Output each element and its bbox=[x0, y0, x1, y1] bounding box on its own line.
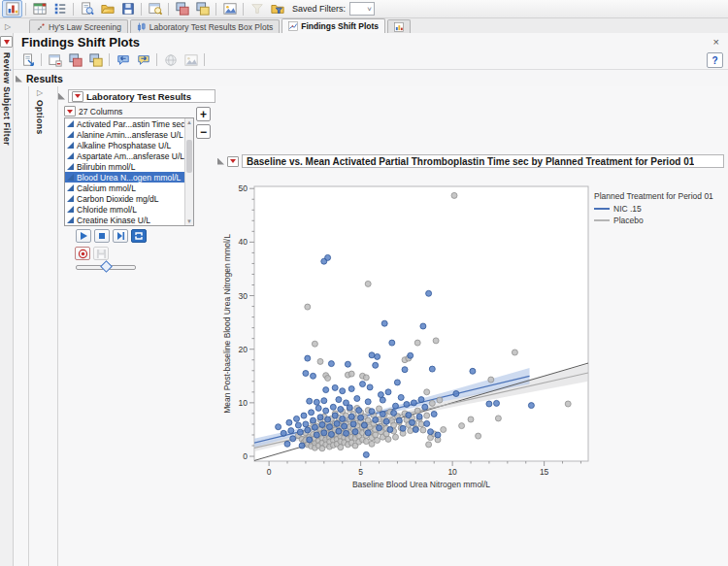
list-item[interactable]: Alanine Amin...ansferase U/L bbox=[65, 129, 184, 140]
y-tick-label[interactable]: 30 bbox=[239, 291, 248, 301]
scatter-point[interactable] bbox=[297, 429, 303, 435]
scatter-point[interactable] bbox=[437, 397, 443, 403]
scatter-point[interactable] bbox=[378, 392, 383, 398]
scatter-point[interactable] bbox=[488, 377, 494, 383]
stop-button[interactable] bbox=[94, 229, 110, 243]
scatter-point[interactable] bbox=[323, 408, 329, 414]
scatter-point[interactable] bbox=[426, 442, 432, 448]
scatter-point[interactable] bbox=[385, 389, 391, 395]
scatter-point[interactable] bbox=[375, 438, 381, 444]
scatter-point[interactable] bbox=[451, 192, 457, 198]
scatter-point[interactable] bbox=[305, 304, 311, 310]
scatter-point[interactable] bbox=[361, 422, 367, 428]
scatter-point[interactable] bbox=[314, 399, 319, 405]
scroll-down-icon[interactable]: ▼ bbox=[185, 217, 193, 225]
scatter-point[interactable] bbox=[317, 358, 323, 364]
scatter-point[interactable] bbox=[332, 384, 338, 390]
scatter-point[interactable] bbox=[398, 394, 404, 400]
scatter-point[interactable] bbox=[453, 391, 459, 397]
red-triangle-menu-icon[interactable] bbox=[0, 36, 13, 48]
scatter-point[interactable] bbox=[350, 421, 356, 427]
record-button[interactable] bbox=[75, 247, 90, 260]
scatter-point[interactable] bbox=[286, 419, 292, 425]
red-triangle-menu-icon[interactable] bbox=[72, 91, 83, 102]
scatter-point[interactable] bbox=[348, 386, 354, 392]
scatter-point[interactable] bbox=[309, 410, 314, 416]
tab-chart[interactable] bbox=[387, 19, 411, 33]
scatter-point[interactable] bbox=[307, 437, 313, 443]
scatter-point[interactable] bbox=[426, 290, 432, 296]
windows-yellow-icon[interactable] bbox=[85, 51, 106, 69]
red-triangle-menu-icon[interactable] bbox=[227, 156, 239, 167]
scatter-point[interactable] bbox=[288, 428, 294, 434]
scatter-point[interactable] bbox=[424, 420, 430, 426]
column-list-icon[interactable] bbox=[50, 0, 70, 17]
scatter-point[interactable] bbox=[494, 400, 500, 406]
scatter-point[interactable] bbox=[325, 416, 331, 422]
scatter-point[interactable] bbox=[303, 421, 309, 427]
scatter-point[interactable] bbox=[414, 408, 420, 414]
scatter-point[interactable] bbox=[358, 415, 364, 420]
scatter-point[interactable] bbox=[428, 429, 434, 435]
windows-red-icon[interactable] bbox=[172, 0, 192, 17]
scatter-point[interactable] bbox=[387, 427, 393, 433]
scatter-point[interactable] bbox=[315, 405, 321, 411]
scatter-point[interactable] bbox=[394, 380, 400, 385]
scatter-point[interactable] bbox=[565, 401, 571, 407]
step-button[interactable] bbox=[113, 229, 128, 243]
slider-thumb[interactable] bbox=[100, 260, 113, 273]
scatter-point[interactable] bbox=[307, 398, 313, 404]
scatter-point[interactable] bbox=[435, 432, 441, 438]
scatter-point[interactable] bbox=[381, 320, 387, 326]
scatter-point[interactable] bbox=[393, 434, 399, 440]
scatter-point[interactable] bbox=[402, 367, 408, 373]
scatter-point[interactable] bbox=[400, 425, 406, 431]
scatter-point[interactable] bbox=[340, 388, 346, 394]
scatter-point[interactable] bbox=[347, 405, 352, 411]
scatter-point[interactable] bbox=[312, 341, 317, 347]
report-add-icon[interactable] bbox=[17, 51, 38, 69]
save-icon[interactable] bbox=[117, 0, 138, 17]
save-animation-button[interactable] bbox=[93, 247, 109, 260]
scatter-point[interactable] bbox=[420, 427, 426, 433]
scatter-point[interactable] bbox=[344, 430, 349, 436]
scatter-point[interactable] bbox=[338, 407, 344, 413]
scatter-point[interactable] bbox=[420, 323, 426, 329]
scatter-point[interactable] bbox=[340, 416, 346, 421]
data-table-icon[interactable] bbox=[29, 0, 50, 17]
scatter-point[interactable] bbox=[284, 441, 290, 447]
scatter-point[interactable] bbox=[365, 281, 371, 286]
scatter-point[interactable] bbox=[418, 421, 424, 427]
close-icon[interactable]: × bbox=[711, 36, 722, 49]
scatter-point[interactable] bbox=[380, 397, 385, 403]
image-icon[interactable] bbox=[219, 0, 240, 17]
bubble-forward-icon[interactable] bbox=[133, 51, 153, 69]
scatter-point[interactable] bbox=[373, 417, 379, 423]
scatter-point[interactable] bbox=[512, 350, 517, 355]
scatter-point[interactable] bbox=[396, 417, 402, 423]
scatter-point[interactable] bbox=[356, 408, 362, 414]
scatter-point[interactable] bbox=[404, 402, 410, 408]
scatter-point[interactable] bbox=[377, 425, 382, 431]
scatter-point[interactable] bbox=[328, 361, 334, 367]
scatter-point[interactable] bbox=[459, 423, 465, 429]
scatter-point[interactable] bbox=[323, 387, 329, 393]
scatter-point[interactable] bbox=[470, 368, 476, 374]
scrollbar-thumb[interactable] bbox=[186, 140, 192, 173]
scatter-point[interactable] bbox=[367, 384, 373, 390]
scatter-point[interactable] bbox=[365, 430, 371, 436]
list-item[interactable]: Bilirubin mmol/L bbox=[65, 161, 184, 172]
scatter-point[interactable] bbox=[295, 422, 301, 428]
scatter-point[interactable] bbox=[414, 340, 420, 346]
scatter-point[interactable] bbox=[406, 413, 412, 418]
y-tick-label[interactable]: 0 bbox=[243, 451, 248, 461]
scatter-point[interactable] bbox=[336, 428, 342, 434]
scatter-point[interactable] bbox=[424, 389, 430, 395]
tab-findings-shift-plots[interactable]: Findings Shift Plots bbox=[281, 18, 385, 33]
scatter-point[interactable] bbox=[476, 433, 481, 439]
scatter-point[interactable] bbox=[281, 430, 286, 436]
disclosure-open-icon[interactable] bbox=[217, 158, 224, 165]
scatter-point[interactable] bbox=[345, 361, 350, 367]
scatter-point[interactable] bbox=[413, 427, 418, 433]
scatter-point[interactable] bbox=[317, 415, 323, 420]
